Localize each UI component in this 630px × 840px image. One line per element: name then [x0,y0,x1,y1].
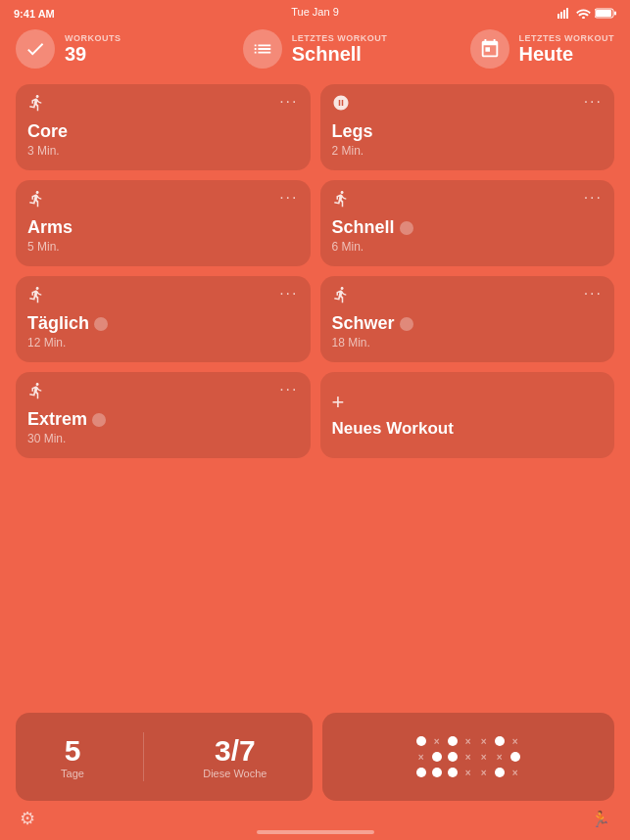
card-menu-arms[interactable]: ··· [279,190,298,206]
workouts-text: WORKOUTS 39 [65,33,121,65]
card-menu-schwer[interactable]: ··· [584,286,603,302]
last-workout-type-value: Schnell [292,43,388,65]
arms-title: Arms [27,217,299,238]
days-value: 5 [65,734,81,768]
schnell-badge [400,221,413,235]
core-subtitle: 3 Min. [27,144,299,158]
svg-rect-5 [596,10,611,17]
new-workout-label: Neues Workout [332,419,604,439]
dots-grid: ××××××××××× [416,736,520,777]
dot-x: × [510,736,520,746]
settings-icon[interactable]: ⚙ [20,808,35,829]
dot-x: × [432,736,442,746]
dot-x: × [463,768,473,777]
dot-filled [510,752,520,762]
dot-x: × [479,736,489,746]
svg-rect-0 [557,14,559,19]
schnell-icon [332,190,604,211]
dot-x: × [463,736,473,746]
card-menu-core[interactable]: ··· [279,94,298,110]
card-menu-legs[interactable]: ··· [584,94,603,110]
schwer-title: Schwer [332,313,604,334]
workouts-section[interactable]: WORKOUTS 39 [16,29,216,69]
svg-rect-6 [614,11,616,15]
dot-x: × [479,768,489,777]
workout-card-core[interactable]: ··· Core 3 Min. [16,84,311,170]
stat-divider [143,732,144,781]
last-workout-type-section[interactable]: LETZTES WORKOUT Schnell [216,29,415,69]
svg-rect-1 [560,12,562,19]
checkmark-icon [16,29,55,69]
dot-x: × [479,752,489,762]
legs-title: Legs [332,121,604,142]
new-workout-card[interactable]: + Neues Workout [320,372,615,458]
dot-x: × [495,752,505,762]
week-value: 3/7 [215,734,256,768]
schnell-title: Schnell [332,217,604,238]
extrem-subtitle: 30 Min. [27,432,299,445]
extrem-title: Extrem [27,409,299,430]
workout-card-arms[interactable]: ··· Arms 5 Min. [16,180,311,266]
arms-icon [27,190,299,211]
workouts-label: WORKOUTS [65,33,121,43]
last-workout-type-label: LETZTES WORKOUT [292,33,388,43]
bottom-bar: ⚙ 🏃 [0,803,630,840]
dots-card: ××××××××××× [322,713,615,801]
list-icon [243,29,282,69]
svg-rect-3 [566,8,568,19]
dot-filled [432,752,442,762]
dot-filled [448,736,458,746]
header: WORKOUTS 39 LETZTES WORKOUT Schnell LETZ… [0,23,630,78]
home-indicator [257,830,374,834]
schnell-subtitle: 6 Min. [332,240,604,254]
workout-card-schnell[interactable]: ··· Schnell 6 Min. [320,180,615,266]
dot-filled [448,752,458,762]
extrem-icon [27,382,299,403]
dot-filled [432,768,442,777]
status-icons [557,8,616,21]
core-title: Core [27,121,299,142]
taeglich-title: Täglich [27,313,299,334]
core-icon [27,94,299,116]
status-bar: 9:41 AM Tue Jan 9 [0,0,630,23]
dot-filled [416,768,426,777]
card-menu-extrem[interactable]: ··· [279,382,298,397]
wifi-icon [576,8,591,21]
last-workout-date-section[interactable]: LETZTES WORKOUT Heute [414,29,614,69]
days-stat: 5 Tage [61,734,84,779]
status-time: 9:41 AM [14,8,55,20]
days-label: Tage [61,768,84,779]
status-date: Tue Jan 9 [291,6,339,18]
svg-rect-2 [563,10,565,19]
workout-card-schwer[interactable]: ··· Schwer 18 Min. [320,276,615,362]
week-stat: 3/7 Diese Woche [203,734,267,779]
taeglich-badge [94,317,108,331]
last-workout-date-label: LETZTES WORKOUT [519,33,615,43]
calendar-icon [470,29,509,69]
extrem-badge [92,413,106,427]
workout-card-extrem[interactable]: ··· Extrem 30 Min. [16,372,311,458]
arms-subtitle: 5 Min. [27,240,299,254]
card-menu-taeglich[interactable]: ··· [279,286,298,302]
taeglich-icon [27,286,299,307]
last-workout-date-text: LETZTES WORKOUT Heute [519,33,615,65]
battery-icon [595,8,616,21]
dot-filled [416,736,426,746]
workout-card-taeglich[interactable]: ··· Täglich 12 Min. [16,276,311,362]
workouts-value: 39 [65,43,121,65]
dot-filled [495,736,505,746]
card-menu-schnell[interactable]: ··· [584,190,603,206]
stats-card[interactable]: 5 Tage 3/7 Diese Woche [16,713,313,801]
legs-icon [332,94,604,116]
workout-card-legs[interactable]: ··· Legs 2 Min. [320,84,615,170]
schwer-icon [332,286,604,307]
dot-filled [448,768,458,777]
taeglich-subtitle: 12 Min. [27,336,299,350]
bottom-stats-area: 5 Tage 3/7 Diese Woche ××××××××××× [16,713,614,801]
signal-icon [557,8,572,21]
dot-filled [495,768,505,777]
legs-subtitle: 2 Min. [332,144,604,158]
dot-x: × [510,768,520,777]
activity-icon[interactable]: 🏃 [591,810,610,828]
workout-grid: ··· Core 3 Min. ··· Legs 2 Min. ··· Arms… [0,78,630,468]
